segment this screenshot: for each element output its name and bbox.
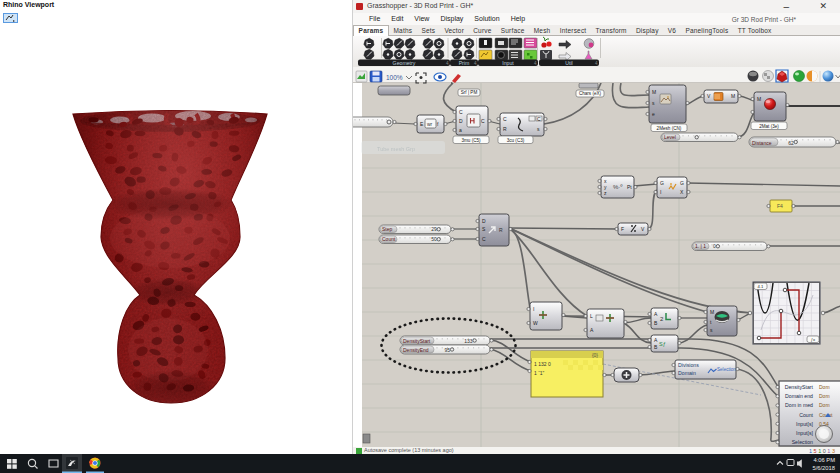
svg-text:%·º: %·º — [613, 184, 623, 190]
svg-text:29: 29 — [431, 226, 437, 232]
svg-text:D: D — [482, 218, 486, 224]
svg-text:Dom: Dom — [819, 384, 830, 390]
svg-text:F4: F4 — [777, 203, 783, 209]
svg-text:4.1: 4.1 — [758, 284, 764, 289]
svg-text:L: L — [590, 313, 593, 319]
svg-text:0: 0 — [713, 243, 716, 249]
svg-text:C: C — [503, 116, 507, 122]
svg-text:C: C — [481, 118, 485, 124]
svg-text:G: G — [660, 180, 664, 186]
svg-text:3mu (C5): 3mu (C5) — [461, 138, 481, 143]
svg-text:62: 62 — [788, 140, 794, 146]
svg-text:Chars (eX): Chars (eX) — [579, 91, 602, 96]
svg-text:Tube mesh Grp: Tube mesh Grp — [377, 146, 415, 152]
svg-text:Selection: Selection — [792, 439, 813, 445]
svg-text:Count: Count — [382, 236, 396, 242]
svg-text:R: R — [499, 227, 503, 233]
svg-text:{0}: {0} — [592, 352, 598, 358]
svg-text:5/6/2018: 5/6/2018 — [812, 465, 835, 471]
svg-text:a: a — [459, 127, 462, 133]
svg-text:M: M — [710, 309, 714, 315]
svg-text:M: M — [731, 93, 735, 99]
svg-text:2Mesh (CN): 2Mesh (CN) — [657, 126, 682, 131]
svg-text:e: e — [652, 111, 655, 117]
svg-text:Level: Level — [664, 134, 676, 140]
svg-text:Count: Count — [799, 412, 813, 418]
svg-text:Input[s]: Input[s] — [796, 430, 814, 436]
svg-text:G: G — [680, 180, 684, 186]
svg-text:1. | 1: 1. | 1 — [695, 243, 706, 249]
svg-text:1 132 0: 1 132 0 — [534, 361, 551, 367]
svg-text:Selection: Selection — [717, 367, 736, 372]
svg-text:M: M — [652, 89, 656, 95]
svg-text:DensityEnd: DensityEnd — [403, 347, 429, 353]
svg-text:I: I — [533, 306, 534, 312]
svg-text:C: C — [482, 236, 486, 242]
svg-text:95: 95 — [444, 347, 450, 353]
svg-text:I: I — [660, 189, 661, 195]
svg-text:2Mat (3e): 2Mat (3e) — [759, 124, 779, 129]
svg-text:4:06 PM: 4:06 PM — [813, 457, 835, 463]
svg-text:Distance: Distance — [752, 140, 772, 146]
svg-text:Sƒ: Sƒ — [659, 341, 666, 347]
svg-text:Divisions: Divisions — [678, 362, 699, 368]
svg-text:Dom: Dom — [819, 402, 830, 408]
svg-text:Dom in med: Dom in med — [785, 402, 813, 408]
svg-text:1 “1”: 1 “1” — [534, 370, 545, 376]
svg-text:Domain: Domain — [678, 370, 696, 376]
svg-text:R: R — [503, 126, 507, 132]
svg-text:W: W — [533, 320, 538, 326]
svg-text:F: F — [621, 226, 624, 232]
svg-text:Pt: Pt — [627, 184, 632, 190]
svg-text:wr: wr — [427, 121, 433, 127]
svg-text:Input[s]: Input[s] — [796, 421, 814, 427]
svg-text:Domain end: Domain end — [785, 393, 813, 399]
svg-text:50: 50 — [431, 236, 437, 242]
svg-text:C: C — [537, 116, 541, 122]
svg-text:M: M — [757, 96, 761, 102]
svg-text:DensityStart: DensityStart — [785, 384, 814, 390]
svg-text:Dom: Dom — [819, 393, 830, 399]
svg-text:3cu (C3): 3cu (C3) — [507, 138, 525, 143]
svg-text:D: D — [459, 118, 463, 124]
svg-text:133: 133 — [464, 338, 473, 344]
svg-text:C: C — [459, 109, 463, 115]
svg-text:DensityStart: DensityStart — [403, 338, 431, 344]
svg-text:Step: Step — [382, 226, 393, 232]
svg-text:Srf | PM: Srf | PM — [461, 90, 478, 95]
